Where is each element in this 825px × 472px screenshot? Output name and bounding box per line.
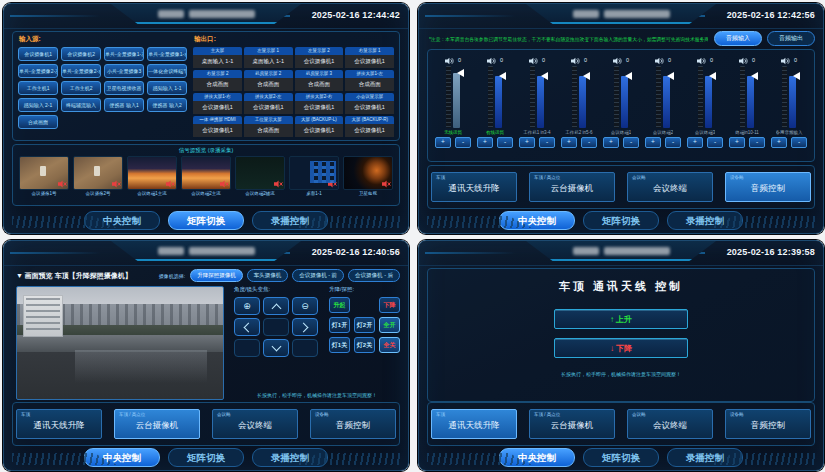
- audio-output-tab[interactable]: 音频输出: [767, 31, 815, 46]
- preview-thumbnail[interactable]: 卫星电视: [343, 156, 393, 196]
- volume-down-button[interactable]: -: [707, 137, 723, 148]
- volume-down-button[interactable]: -: [791, 137, 807, 148]
- input-source-button[interactable]: 单兵-全景摄像2-左: [18, 64, 58, 78]
- output-port-cell[interactable]: 左显示屏 1桌面输入 1-1: [244, 47, 293, 68]
- slider-handle[interactable]: [667, 72, 674, 80]
- preview-thumbnail[interactable]: 会议终端2主流: [181, 156, 231, 196]
- lift-light-button[interactable]: 灯2关: [354, 337, 375, 353]
- volume-slider[interactable]: [613, 66, 630, 128]
- ptz-zoom-out-button[interactable]: ⊖: [292, 297, 318, 315]
- video-thumbnail-image[interactable]: [127, 156, 177, 190]
- slider-handle[interactable]: [625, 72, 632, 80]
- output-port-cell[interactable]: 大屏 (BACKUP-L)会议摄像机1: [295, 116, 344, 137]
- preview-thumbnail[interactable]: 桌面1-1: [289, 156, 339, 196]
- muted-speaker-icon[interactable]: [382, 180, 391, 188]
- category-button-3[interactable]: 设备舱音频控制: [310, 409, 396, 439]
- input-source-button[interactable]: 单兵-全景摄像1-右: [147, 47, 187, 61]
- preview-thumbnail[interactable]: 会议摄像2号: [73, 156, 123, 196]
- volume-down-button[interactable]: -: [749, 137, 765, 148]
- input-source-button[interactable]: 工作主机1: [18, 81, 58, 95]
- input-source-button[interactable]: 会议摄像机2: [61, 47, 101, 61]
- input-source-button[interactable]: 会议摄像机1: [18, 47, 58, 61]
- video-thumbnail-image[interactable]: [73, 156, 123, 190]
- input-source-button[interactable]: 便携器 输入1: [104, 98, 144, 112]
- volume-down-button[interactable]: -: [539, 137, 555, 148]
- lift-light-button[interactable]: 全关: [379, 337, 400, 353]
- volume-slider[interactable]: [571, 66, 588, 128]
- preview-thumbnail[interactable]: 会议摄像1号: [19, 156, 69, 196]
- volume-down-button[interactable]: -: [497, 137, 513, 148]
- volume-up-button[interactable]: +: [519, 137, 535, 148]
- slider-handle[interactable]: [541, 72, 548, 80]
- category-button-1[interactable]: 车顶 / 高点位云台摄像机: [529, 409, 615, 439]
- ptz-up-button[interactable]: [263, 297, 289, 315]
- slider-handle[interactable]: [793, 72, 800, 80]
- volume-up-button[interactable]: +: [561, 137, 577, 148]
- category-button-3[interactable]: 设备舱音频控制: [725, 409, 811, 439]
- camera-select-button-1[interactable]: 车头摄像机: [247, 269, 289, 282]
- lift-light-button[interactable]: 升起: [329, 297, 350, 313]
- category-button-0[interactable]: 车顶通讯天线升降: [16, 409, 102, 439]
- lift-light-button[interactable]: 下降: [379, 297, 400, 313]
- output-port-cell[interactable]: 拼接大屏2-右会议摄像机1: [295, 93, 344, 114]
- lift-light-button[interactable]: 灯1关: [329, 337, 350, 353]
- input-source-button[interactable]: 感知输入 1-1: [147, 81, 187, 95]
- volume-slider[interactable]: [697, 66, 714, 128]
- output-port-cell[interactable]: 拼接大屏1-右会议摄像机1: [193, 93, 242, 114]
- ptz-right-button[interactable]: [292, 318, 318, 336]
- muted-speaker-icon[interactable]: [328, 180, 337, 188]
- slider-handle[interactable]: [583, 72, 590, 80]
- input-source-button[interactable]: 终端辅流输入: [61, 98, 101, 112]
- category-button-2[interactable]: 会议舱会议终端: [627, 409, 713, 439]
- output-port-cell[interactable]: 拼接大屏2-左会议摄像机1: [244, 93, 293, 114]
- volume-slider[interactable]: [739, 66, 756, 128]
- volume-slider[interactable]: [445, 66, 462, 128]
- input-source-button[interactable]: 感知输入 2-1: [18, 98, 58, 112]
- volume-down-button[interactable]: -: [665, 137, 681, 148]
- muted-speaker-icon[interactable]: [220, 180, 229, 188]
- ptz-left-button[interactable]: [234, 318, 260, 336]
- output-port-cell[interactable]: 左显示屏 2会议摄像机1: [295, 47, 344, 68]
- input-source-button[interactable]: 便携器 输入2: [147, 98, 187, 112]
- lift-light-button[interactable]: 灯1开: [329, 317, 350, 333]
- volume-slider[interactable]: [487, 66, 504, 128]
- lift-light-button[interactable]: 灯2开: [354, 317, 375, 333]
- output-port-cell[interactable]: 主大屏桌面输入 1-1: [193, 47, 242, 68]
- volume-up-button[interactable]: +: [687, 137, 703, 148]
- volume-down-button[interactable]: -: [623, 137, 639, 148]
- video-thumbnail-image[interactable]: [235, 156, 285, 190]
- camera-select-button-0[interactable]: 升降探照摄像机: [190, 269, 243, 282]
- volume-down-button[interactable]: -: [455, 137, 471, 148]
- video-thumbnail-image[interactable]: [289, 156, 339, 190]
- ptz-zoom-in-button[interactable]: ⊕: [234, 297, 260, 315]
- preview-thumbnail[interactable]: 会议终端1主流: [127, 156, 177, 196]
- audio-input-tab[interactable]: 音频输入: [714, 31, 762, 46]
- volume-slider[interactable]: [655, 66, 672, 128]
- video-thumbnail-image[interactable]: [19, 156, 69, 190]
- category-button-0[interactable]: 车顶通讯天线升降: [431, 172, 517, 202]
- volume-down-button[interactable]: -: [581, 137, 597, 148]
- camera-video-preview[interactable]: [16, 286, 224, 400]
- ptz-down-button[interactable]: [263, 339, 289, 357]
- output-port-cell[interactable]: 工位显示大屏合成画面: [244, 116, 293, 137]
- video-thumbnail-image[interactable]: [181, 156, 231, 190]
- volume-slider[interactable]: [529, 66, 546, 128]
- category-button-1[interactable]: 车顶 / 高点位云台摄像机: [529, 172, 615, 202]
- nav-tab-matrix-switch[interactable]: 矩阵切换: [168, 211, 244, 230]
- volume-up-button[interactable]: +: [477, 137, 493, 148]
- nav-tab-matrix-switch[interactable]: 矩阵切换: [168, 448, 244, 467]
- input-source-button[interactable]: 一体化会议终端节目: [147, 64, 187, 78]
- category-button-2[interactable]: 会议舱会议终端: [627, 172, 713, 202]
- output-port-cell[interactable]: 小会议显示屏会议摄像机1: [345, 93, 394, 114]
- input-source-button[interactable]: 工作主机2: [61, 81, 101, 95]
- video-thumbnail-image[interactable]: [343, 156, 393, 190]
- output-port-cell[interactable]: 右显示屏 2合成画面: [193, 70, 242, 91]
- input-source-button[interactable]: 单兵-全景摄像2-右: [61, 64, 101, 78]
- input-source-button[interactable]: 卫星电视接收器: [104, 81, 144, 95]
- antenna-down-button[interactable]: ↓ 下降: [554, 338, 688, 358]
- input-source-button[interactable]: 合成画面: [18, 115, 58, 129]
- antenna-up-button[interactable]: ↑ 上升: [554, 309, 688, 329]
- muted-speaker-icon[interactable]: [112, 180, 121, 188]
- volume-up-button[interactable]: +: [771, 137, 787, 148]
- input-source-button[interactable]: 单兵-全景摄像1-左: [104, 47, 144, 61]
